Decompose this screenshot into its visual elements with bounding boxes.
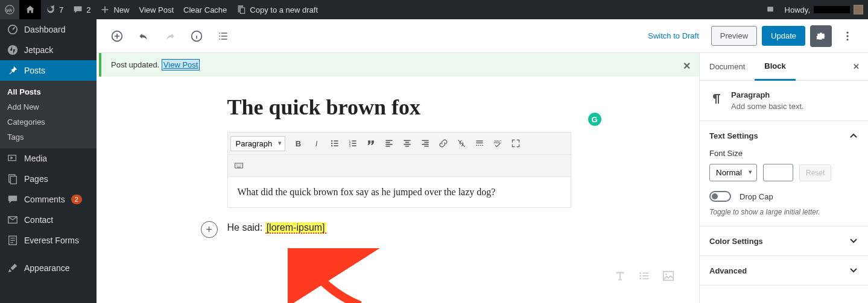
plus-circle-icon bbox=[111, 30, 123, 42]
svg-point-24 bbox=[639, 278, 641, 280]
block-appender-icons bbox=[613, 269, 675, 283]
sidebar-item-dashboard[interactable]: Dashboard bbox=[0, 19, 97, 40]
numbered-list-button[interactable]: 123 bbox=[344, 135, 361, 152]
italic-button[interactable]: I bbox=[308, 135, 325, 152]
more-vertical-icon bbox=[841, 30, 854, 42]
update-button[interactable]: Update bbox=[762, 26, 805, 46]
sidebar-item-posts[interactable]: Posts bbox=[0, 60, 97, 81]
format-select[interactable]: Paragraph bbox=[230, 136, 285, 151]
list-block-icon[interactable] bbox=[638, 269, 651, 283]
align-left-button[interactable] bbox=[381, 135, 398, 152]
switch-draft-button[interactable]: Switch to Draft bbox=[641, 27, 706, 45]
reset-font-button[interactable]: Reset bbox=[799, 164, 831, 181]
align-center-icon bbox=[402, 139, 412, 148]
copy-draft-link[interactable]: Copy to a new draft bbox=[232, 0, 323, 19]
image-block-icon[interactable] bbox=[662, 269, 675, 283]
block-info: Paragraph Add some basic text. bbox=[700, 81, 868, 121]
align-center-button[interactable] bbox=[399, 135, 416, 152]
sidebar-item-appearance[interactable]: Appearance bbox=[0, 258, 97, 278]
add-block-button[interactable] bbox=[106, 25, 128, 47]
pages-icon bbox=[7, 173, 18, 184]
preview-button[interactable]: Preview bbox=[711, 26, 757, 46]
sidebar-item-media[interactable]: Media bbox=[0, 148, 97, 169]
submenu-categories[interactable]: Categories bbox=[0, 114, 97, 130]
plus-icon bbox=[100, 5, 110, 14]
classic-content[interactable]: What did the quick brown fox say as he j… bbox=[228, 177, 571, 207]
clear-cache-link[interactable]: Clear Cache bbox=[179, 0, 232, 19]
view-post-link[interactable]: View Post bbox=[134, 0, 179, 19]
numbered-list-icon: 123 bbox=[348, 139, 358, 148]
shortcode-highlight: [lorem-ipsum] bbox=[265, 222, 326, 234]
svg-text:ABC: ABC bbox=[493, 140, 502, 144]
spellcheck-button[interactable]: ABC bbox=[489, 135, 506, 152]
submenu-all-posts[interactable]: All Posts bbox=[0, 84, 97, 99]
new-link[interactable]: New bbox=[95, 0, 134, 19]
classic-block[interactable]: Paragraph B I 123 ABC bbox=[227, 132, 571, 208]
advanced-panel[interactable]: Advanced bbox=[700, 256, 868, 286]
drop-cap-toggle[interactable] bbox=[709, 191, 731, 202]
link-button[interactable] bbox=[435, 135, 452, 152]
svg-rect-6 bbox=[10, 176, 16, 184]
howdy-user[interactable]: Howdy, bbox=[780, 0, 868, 19]
paragraph-block[interactable]: + He said: [lorem-ipsum] bbox=[227, 222, 571, 233]
notifications[interactable] bbox=[761, 0, 780, 19]
tab-block[interactable]: Block bbox=[755, 53, 795, 81]
redo-button[interactable] bbox=[159, 25, 181, 47]
settings-toggle-button[interactable] bbox=[810, 25, 832, 47]
more-menu-button[interactable] bbox=[837, 25, 858, 47]
redo-icon bbox=[164, 30, 176, 42]
bullet-list-icon bbox=[330, 139, 340, 148]
read-more-icon bbox=[475, 139, 484, 148]
align-right-button[interactable] bbox=[417, 135, 434, 152]
form-icon bbox=[7, 235, 18, 246]
svg-point-15 bbox=[331, 143, 332, 144]
inline-inserter-button[interactable]: + bbox=[201, 221, 218, 238]
tab-document[interactable]: Document bbox=[700, 54, 755, 80]
svg-point-14 bbox=[331, 140, 332, 142]
undo-icon bbox=[138, 30, 150, 42]
sidebar-item-comments[interactable]: Comments2 bbox=[0, 189, 97, 210]
unlink-button[interactable] bbox=[453, 135, 470, 152]
close-settings-button[interactable]: ✕ bbox=[844, 54, 868, 80]
bold-button[interactable]: B bbox=[290, 135, 307, 152]
grammarly-icon[interactable]: G bbox=[588, 113, 601, 126]
dashboard-icon bbox=[7, 24, 18, 35]
chevron-down-icon bbox=[849, 236, 858, 246]
view-post-link[interactable]: View Post bbox=[162, 59, 200, 70]
keyboard-button[interactable] bbox=[230, 157, 247, 174]
sidebar-item-pages[interactable]: Pages bbox=[0, 169, 97, 189]
comments-link[interactable]: 2 bbox=[68, 0, 95, 19]
brush-icon bbox=[7, 263, 18, 273]
dismiss-notice-button[interactable]: ✕ bbox=[683, 60, 691, 72]
svg-point-13 bbox=[846, 39, 848, 40]
text-settings-toggle[interactable]: Text Settings bbox=[709, 131, 858, 140]
bullet-list-button[interactable] bbox=[326, 135, 343, 152]
quote-button[interactable] bbox=[363, 135, 379, 152]
undo-button[interactable] bbox=[133, 25, 154, 47]
info-button[interactable] bbox=[186, 25, 207, 47]
svg-point-26 bbox=[665, 273, 667, 275]
site-home[interactable] bbox=[19, 0, 41, 19]
svg-point-22 bbox=[639, 272, 641, 274]
color-settings-panel[interactable]: Color Settings bbox=[700, 226, 868, 256]
text-settings-panel: Text Settings Font Size Normal Reset Dro… bbox=[700, 121, 868, 226]
outline-button[interactable] bbox=[212, 25, 234, 47]
quote-icon bbox=[366, 139, 376, 148]
classic-toolbar: Paragraph B I 123 ABC bbox=[228, 133, 571, 155]
fullscreen-button[interactable] bbox=[507, 135, 524, 152]
text-icon[interactable] bbox=[613, 269, 627, 283]
wordpress-logo[interactable] bbox=[0, 0, 19, 19]
submenu-tags[interactable]: Tags bbox=[0, 130, 97, 145]
sidebar-item-everest[interactable]: Everest Forms bbox=[0, 230, 97, 251]
font-size-label: Font Size bbox=[709, 149, 858, 158]
font-size-input[interactable] bbox=[763, 164, 793, 181]
font-size-select[interactable]: Normal bbox=[709, 164, 757, 181]
editor-canvas[interactable]: Post updated. View Post ✕ G The quick br… bbox=[97, 53, 699, 303]
updates-link[interactable]: 7 bbox=[41, 0, 68, 19]
list-icon bbox=[217, 30, 229, 42]
sidebar-item-contact[interactable]: Contact bbox=[0, 210, 97, 230]
post-title-input[interactable]: The quick brown fox bbox=[227, 95, 571, 120]
sidebar-item-jetpack[interactable]: Jetpack bbox=[0, 40, 97, 60]
submenu-add-new[interactable]: Add New bbox=[0, 99, 97, 114]
more-button[interactable] bbox=[471, 135, 488, 152]
